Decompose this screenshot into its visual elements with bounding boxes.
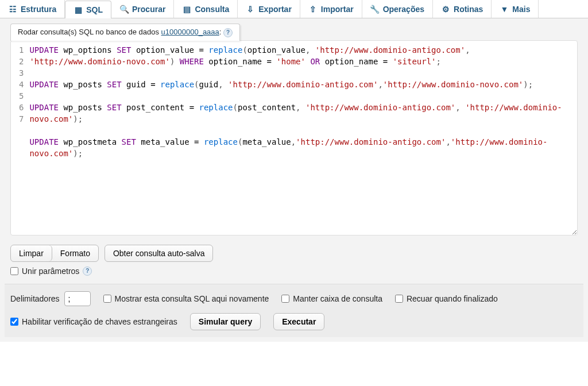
tab-mais[interactable]: ▼Mais (492, 0, 539, 18)
tab-label: Consulta (195, 5, 229, 14)
delimiter-label: Delimitadores (10, 294, 60, 303)
main-panel: Rodar consulta(s) SQL no banco de dados … (0, 18, 588, 342)
footer-row-1: Delimitadores Mostrar esta consulta SQL … (10, 291, 578, 306)
editor-toolbar: Limpar Formato Obter consulta auto-salva (10, 245, 578, 262)
more-icon: ▼ (500, 5, 509, 14)
tab-label: Operações (383, 5, 424, 14)
tab-label: Importar (321, 5, 354, 14)
tab-importar[interactable]: ⇧Importar (300, 0, 362, 18)
routines-icon: ⚙ (441, 5, 450, 14)
tab-exportar[interactable]: ⇩Exportar (238, 0, 300, 18)
code-lines[interactable]: UPDATE wp_options SET option_value = rep… (29, 44, 577, 231)
delimiter-input[interactable] (64, 291, 91, 306)
help-icon[interactable]: ? (83, 267, 92, 276)
clear-button[interactable]: Limpar (11, 245, 52, 261)
tab-label: Estrutura (21, 5, 56, 14)
tab-procurar[interactable]: 🔍Procurar (111, 0, 174, 18)
operations-icon: 🔧 (370, 5, 380, 14)
query-box-header: Rodar consulta(s) SQL no banco de dados … (10, 24, 240, 41)
tab-estrutura[interactable]: ☷Estrutura (0, 0, 65, 18)
bind-params-label[interactable]: Unir parâmetros (10, 267, 79, 276)
rollback-text: Recuar quando finalizado (407, 294, 498, 303)
structure-icon: ☷ (8, 5, 17, 14)
tab-bar: ☷Estrutura▦SQL🔍Procurar▤Consulta⇩Exporta… (0, 0, 588, 18)
tab-consulta[interactable]: ▤Consulta (174, 0, 238, 18)
tab-rotinas[interactable]: ⚙Rotinas (433, 0, 492, 18)
bind-params-checkbox[interactable] (10, 267, 18, 275)
line-gutter: 1234567 (11, 44, 29, 231)
search-icon: 🔍 (119, 5, 129, 14)
fk-checks-text: Habilitar verificação de chaves estrange… (22, 317, 177, 326)
sql-editor-panel: 1234567 UPDATE wp_options SET option_val… (10, 40, 578, 236)
keep-box-label[interactable]: Manter caixa de consulta (281, 294, 382, 303)
footer-panel: Delimitadores Mostrar esta consulta SQL … (5, 284, 583, 337)
import-icon: ⇧ (308, 5, 318, 14)
retain-query-label[interactable]: Mostrar esta consulta SQL aqui novamente (103, 294, 269, 303)
rollback-label[interactable]: Recuar quando finalizado (395, 294, 498, 303)
keep-box-text: Manter caixa de consulta (293, 294, 382, 303)
tab-label: Procurar (132, 5, 165, 14)
format-button[interactable]: Formato (52, 245, 98, 261)
delimiter-group: Delimitadores (10, 291, 91, 306)
retain-query-text: Mostrar esta consulta SQL aqui novamente (115, 294, 269, 303)
simulate-button[interactable]: Simular query (190, 313, 261, 330)
query-header-prefix: Rodar consulta(s) SQL no banco de dados (18, 28, 159, 36)
footer-row-2: Habilitar verificação de chaves estrange… (10, 313, 578, 330)
query-icon: ▤ (182, 5, 191, 14)
tab-label: Mais (512, 5, 530, 14)
help-icon[interactable]: ? (223, 28, 233, 37)
retain-query-checkbox[interactable] (103, 295, 111, 303)
execute-button[interactable]: Executar (273, 313, 324, 330)
tab-sql[interactable]: ▦SQL (65, 1, 111, 18)
rollback-checkbox[interactable] (395, 295, 403, 303)
clear-format-group: Limpar Formato (10, 245, 99, 262)
sql-icon: ▦ (74, 5, 83, 14)
tab-label: Rotinas (454, 5, 483, 14)
export-icon: ⇩ (246, 5, 255, 14)
tab-label: Exportar (258, 5, 292, 14)
keep-box-checkbox[interactable] (281, 295, 289, 303)
fk-checks-checkbox[interactable] (10, 318, 18, 326)
fk-checks-label[interactable]: Habilitar verificação de chaves estrange… (10, 317, 177, 326)
tab-operações[interactable]: 🔧Operações (362, 0, 433, 18)
tab-label: SQL (86, 5, 103, 14)
query-header-suffix: : (219, 28, 222, 36)
bind-params-text: Unir parâmetros (22, 267, 79, 276)
bind-params-row: Unir parâmetros ? (10, 267, 578, 276)
autosave-button[interactable]: Obter consulta auto-salva (105, 245, 214, 262)
sql-editor[interactable]: 1234567 UPDATE wp_options SET option_val… (11, 41, 577, 235)
database-name-link[interactable]: u10000000_aaaa (161, 28, 219, 36)
